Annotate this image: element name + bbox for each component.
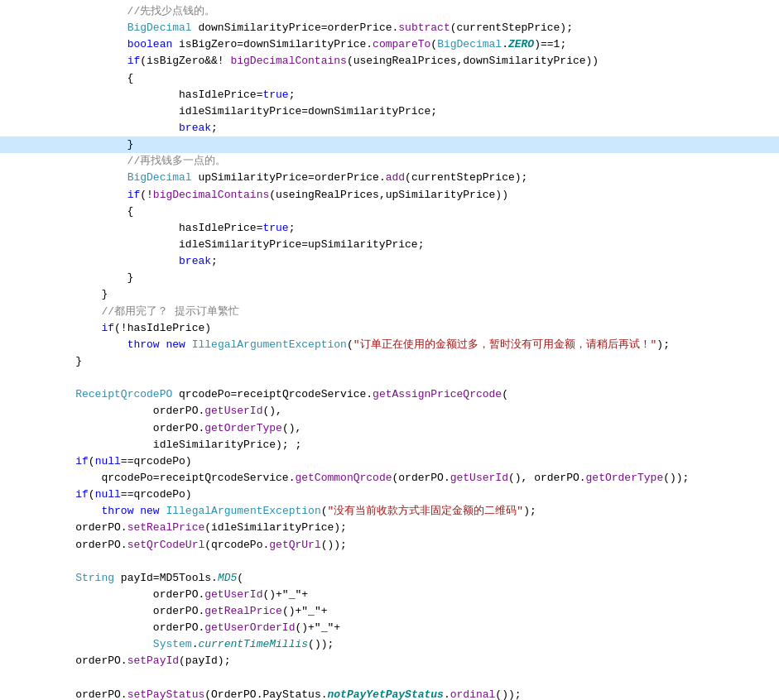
code-line-35: String payId=MD5Tools.MD5( — [0, 570, 779, 587]
code-line-3: boolean isBigZero=downSimilarityPrice.co… — [0, 36, 779, 53]
code-line-20: if(!hasIdlePrice) — [0, 320, 779, 337]
code-text: orderPO.getUserId(), — [50, 403, 282, 420]
code-line-34 — [0, 554, 779, 570]
code-line-13: { — [0, 204, 779, 220]
code-text: //都用完了？ 提示订单繁忙 — [50, 304, 239, 320]
code-text: } — [50, 137, 133, 153]
code-line-30: if(null==qrcodePo) — [0, 487, 779, 503]
code-text: orderPO.getRealPrice()+"_"+ — [50, 603, 327, 620]
code-line-19: //都用完了？ 提示订单繁忙 — [0, 304, 779, 320]
code-text: throw new IllegalArgumentException("订单正在… — [50, 337, 670, 353]
code-text: idleSimilarityPrice); ; — [50, 437, 301, 453]
code-text: } — [50, 270, 133, 286]
code-line-40: orderPO.setPayId(payId); — [0, 653, 779, 669]
code-line-1: //先找少点钱的。 — [0, 3, 779, 20]
code-text: idleSimilarityPrice=upSimilarityPrice; — [50, 237, 424, 253]
code-line-28: if(null==qrcodePo) — [0, 453, 779, 470]
code-text: ReceiptQrcodePO qrcodePo=receiptQrcodeSe… — [50, 386, 508, 403]
code-text: boolean isBigZero=downSimilarityPrice.co… — [50, 36, 566, 53]
code-line-36: orderPO.getUserId()+"_"+ — [0, 587, 779, 603]
code-text: if(null==qrcodePo) — [50, 453, 192, 470]
code-line-26: orderPO.getOrderType(), — [0, 420, 779, 437]
code-text: hasIdlePrice=true; — [50, 87, 295, 103]
code-text: break; — [50, 120, 218, 137]
code-text: System.currentTimeMillis()); — [50, 636, 334, 653]
code-text: if(isBigZero&&! bigDecimalContains(usein… — [50, 53, 599, 70]
code-line-21: throw new IllegalArgumentException("订单正在… — [0, 337, 779, 353]
code-text: { — [50, 204, 133, 220]
code-line-22: } — [0, 353, 779, 370]
code-text: //再找钱多一点的。 — [50, 153, 226, 170]
code-line-12: if(!bigDecimalContains(useingRealPrices,… — [0, 187, 779, 204]
code-line-38: orderPO.getUserOrderId()+"_"+ — [0, 620, 779, 636]
code-line-9: } — [0, 137, 779, 153]
code-text: BigDecimal upSimilarityPrice=orderPrice.… — [50, 170, 527, 186]
code-text: orderPO.setRealPrice(idleSimilarityPrice… — [50, 520, 347, 536]
code-line-23 — [0, 370, 779, 386]
code-text: BigDecimal downSimilarityPrice=orderPric… — [50, 20, 573, 36]
code-line-5: { — [0, 70, 779, 87]
code-text: orderPO.setQrCodeUrl(qrcodePo.getQrUrl()… — [50, 537, 347, 554]
code-line-14: hasIdlePrice=true; — [0, 220, 779, 237]
code-text: if(!hasIdlePrice) — [50, 320, 211, 337]
code-line-16: break; — [0, 253, 779, 270]
code-text: break; — [50, 253, 218, 270]
code-line-25: orderPO.getUserId(), — [0, 403, 779, 420]
code-line-31: throw new IllegalArgumentException("没有当前… — [0, 503, 779, 520]
code-line-15: idleSimilarityPrice=upSimilarityPrice; — [0, 237, 779, 253]
code-text: //先找少点钱的。 — [50, 3, 215, 20]
code-line-29: qrcodePo=receiptQrcodeService.getCommonQ… — [0, 470, 779, 487]
code-line-18: } — [0, 286, 779, 303]
code-text: { — [50, 70, 133, 87]
code-text: } — [50, 286, 108, 303]
code-text: orderPO.getUserOrderId()+"_"+ — [50, 620, 340, 636]
code-line-33: orderPO.setQrCodeUrl(qrcodePo.getQrUrl()… — [0, 537, 779, 554]
code-line-11: BigDecimal upSimilarityPrice=orderPrice.… — [0, 170, 779, 186]
code-text: idleSimilarityPrice=downSimilarityPrice; — [50, 103, 437, 120]
code-text: hasIdlePrice=true; — [50, 220, 295, 237]
code-line-4: if(isBigZero&&! bigDecimalContains(usein… — [0, 53, 779, 70]
code-line-7: idleSimilarityPrice=downSimilarityPrice; — [0, 103, 779, 120]
code-text — [50, 670, 56, 687]
code-line-6: hasIdlePrice=true; — [0, 87, 779, 103]
code-line-41 — [0, 670, 779, 687]
code-text: throw new IllegalArgumentException("没有当前… — [50, 503, 536, 520]
code-text: if(null==qrcodePo) — [50, 487, 192, 503]
code-text: qrcodePo=receiptQrcodeService.getCommonQ… — [50, 470, 689, 487]
code-line-32: orderPO.setRealPrice(idleSimilarityPrice… — [0, 520, 779, 536]
code-text — [50, 370, 56, 386]
code-text: if(!bigDecimalContains(useingRealPrices,… — [50, 187, 508, 204]
code-line-8: break; — [0, 120, 779, 137]
code-line-17: } — [0, 270, 779, 286]
code-line-27: idleSimilarityPrice); ; — [0, 437, 779, 453]
code-line-39: System.currentTimeMillis()); — [0, 636, 779, 653]
code-line-37: orderPO.getRealPrice()+"_"+ — [0, 603, 779, 620]
code-line-10: //再找钱多一点的。 — [0, 153, 779, 170]
code-text: orderPO.setPayId(payId); — [50, 653, 230, 669]
code-text: } — [50, 353, 82, 370]
code-text: orderPO.getOrderType(), — [50, 420, 301, 437]
code-line-2: BigDecimal downSimilarityPrice=orderPric… — [0, 20, 779, 36]
code-text: String payId=MD5Tools.MD5( — [50, 570, 243, 587]
code-line-42: orderPO.setPayStatus(OrderPO.PayStatus.n… — [0, 687, 779, 700]
code-text: orderPO.setPayStatus(OrderPO.PayStatus.n… — [50, 687, 522, 700]
code-text: orderPO.getUserId()+"_"+ — [50, 587, 308, 603]
code-line-24: ReceiptQrcodePO qrcodePo=receiptQrcodeSe… — [0, 386, 779, 403]
code-text — [50, 554, 56, 570]
code-editor: //先找少点钱的。 BigDecimal downSimilarityPrice… — [0, 0, 779, 700]
